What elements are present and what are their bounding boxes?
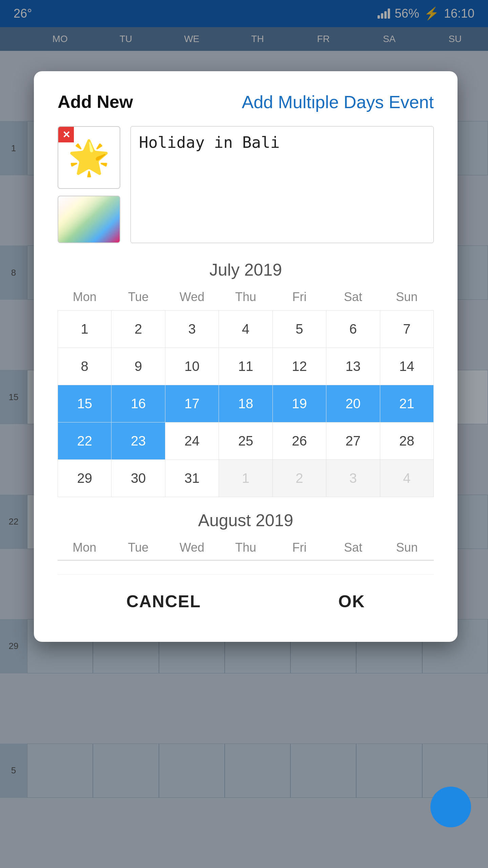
event-icon-box[interactable]: 🌟 bbox=[58, 126, 120, 189]
table-row[interactable]: 11 bbox=[219, 348, 272, 385]
dialog-header: Add New Add Multiple Days Event bbox=[58, 92, 434, 113]
table-row[interactable]: 28 bbox=[380, 422, 433, 460]
table-row[interactable]: 26 bbox=[272, 422, 326, 460]
august-day-headers: Mon Tue Wed Thu Fri Sat Sun bbox=[58, 540, 434, 558]
col-header-tue: Tue bbox=[111, 290, 165, 311]
table-row[interactable]: 13 bbox=[326, 348, 380, 385]
table-row[interactable]: 15 bbox=[58, 385, 111, 422]
table-row[interactable]: 22 bbox=[58, 422, 111, 460]
table-row[interactable]: 7 bbox=[380, 311, 433, 348]
table-row[interactable]: 16 bbox=[111, 385, 165, 422]
col-header-sun: Sun bbox=[380, 290, 433, 311]
table-row: 4 bbox=[380, 460, 433, 497]
sun-icon: 🌟 bbox=[68, 138, 110, 178]
col-header-wed: Wed bbox=[165, 290, 219, 311]
table-row[interactable]: 2 bbox=[111, 311, 165, 348]
event-name-input[interactable]: Holiday in Bali bbox=[130, 126, 434, 243]
july-month-title: July 2019 bbox=[58, 260, 434, 280]
dialog-title: Add Multiple Days Event bbox=[242, 92, 434, 113]
color-picker-box[interactable] bbox=[58, 196, 120, 243]
table-row[interactable]: 21 bbox=[380, 385, 433, 422]
add-event-dialog: Add New Add Multiple Days Event 🌟 Holida… bbox=[34, 71, 458, 642]
table-row[interactable]: 14 bbox=[380, 348, 433, 385]
table-row[interactable]: 23 bbox=[111, 422, 165, 460]
remove-icon-badge[interactable] bbox=[58, 127, 74, 142]
cancel-button[interactable]: CANCEL bbox=[99, 585, 228, 618]
add-new-label: Add New bbox=[58, 92, 133, 112]
august-divider bbox=[58, 560, 434, 561]
col-header-sat: Sat bbox=[326, 290, 380, 311]
icon-input-row: 🌟 Holiday in Bali bbox=[58, 126, 434, 243]
col-header-thu: Thu bbox=[219, 290, 272, 311]
table-row[interactable]: 17 bbox=[165, 385, 219, 422]
table-row[interactable]: 19 bbox=[272, 385, 326, 422]
table-row[interactable]: 30 bbox=[111, 460, 165, 497]
table-row[interactable]: 24 bbox=[165, 422, 219, 460]
table-row[interactable]: 4 bbox=[219, 311, 272, 348]
table-row: 3 bbox=[326, 460, 380, 497]
icon-column: 🌟 bbox=[58, 126, 120, 243]
table-row[interactable]: 3 bbox=[165, 311, 219, 348]
table-row[interactable]: 29 bbox=[58, 460, 111, 497]
table-row[interactable]: 9 bbox=[111, 348, 165, 385]
table-row[interactable]: 5 bbox=[272, 311, 326, 348]
july-calendar-section: July 2019 Mon Tue Wed Thu Fri Sat Sun 12… bbox=[58, 260, 434, 497]
table-row[interactable]: 1 bbox=[58, 311, 111, 348]
table-row: 1 bbox=[219, 460, 272, 497]
table-row[interactable]: 31 bbox=[165, 460, 219, 497]
dialog-footer: CANCEL OK bbox=[58, 574, 434, 618]
table-row[interactable]: 6 bbox=[326, 311, 380, 348]
august-calendar-section: August 2019 Mon Tue Wed Thu Fri Sat Sun bbox=[58, 511, 434, 561]
table-row[interactable]: 20 bbox=[326, 385, 380, 422]
table-row[interactable]: 10 bbox=[165, 348, 219, 385]
col-header-fri: Fri bbox=[272, 290, 326, 311]
col-header-mon: Mon bbox=[58, 290, 111, 311]
fab-button-background bbox=[430, 787, 471, 827]
table-row[interactable]: 27 bbox=[326, 422, 380, 460]
table-row: 2 bbox=[272, 460, 326, 497]
table-row[interactable]: 8 bbox=[58, 348, 111, 385]
july-calendar-grid: Mon Tue Wed Thu Fri Sat Sun 123456789101… bbox=[58, 290, 434, 497]
table-row[interactable]: 18 bbox=[219, 385, 272, 422]
table-row[interactable]: 12 bbox=[272, 348, 326, 385]
table-row[interactable]: 25 bbox=[219, 422, 272, 460]
ok-button[interactable]: OK bbox=[311, 585, 392, 618]
august-month-title: August 2019 bbox=[58, 511, 434, 530]
